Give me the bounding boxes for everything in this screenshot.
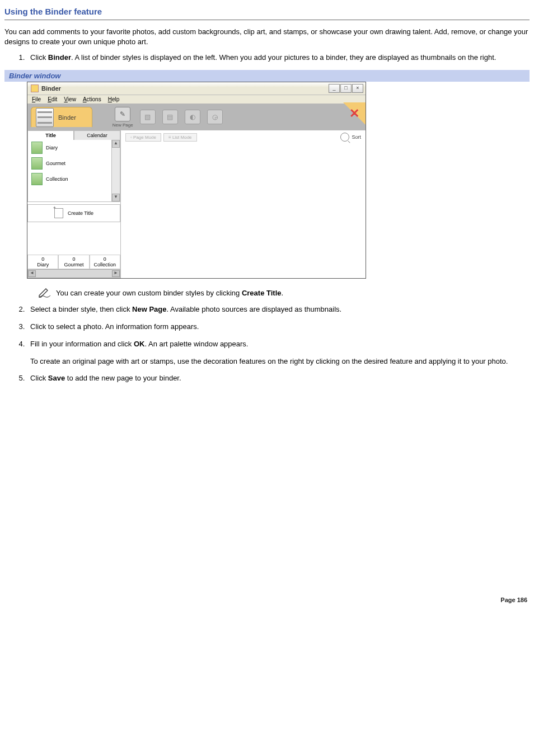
style-item-collection[interactable]: Collection <box>28 171 120 187</box>
step-5-text-a: Click <box>30 374 48 382</box>
new-page-button[interactable]: ✎ New Page <box>113 107 133 128</box>
exit-button[interactable]: ✕ <box>346 106 362 121</box>
sidebar-tab-calendar[interactable]: Calendar <box>74 130 120 140</box>
style-swatch-icon <box>31 157 43 170</box>
step-5-bold: Save <box>48 374 65 382</box>
window-title: Binder <box>41 85 61 92</box>
style-label: Diary <box>46 145 58 151</box>
counts-row: 0Diary 0Gourmet 0Collection <box>27 255 120 269</box>
mode-bar: ▫ Page Mode ≡ List Mode Sort <box>121 130 366 144</box>
step-5-text-c: to add the new page to your binder. <box>65 374 181 382</box>
magnifier-icon <box>340 133 349 142</box>
style-item-diary[interactable]: Diary <box>28 140 120 156</box>
count-diary: 0Diary <box>27 255 58 269</box>
step-5: Click Save to add the new page to your b… <box>27 373 530 384</box>
content-area: Title Calendar Diary Gourmet Collection … <box>27 130 366 278</box>
toolbar-icon-2: ▧ <box>140 110 156 124</box>
sort-control[interactable]: Sort <box>340 133 361 142</box>
binder-tab[interactable]: Binder <box>31 107 92 127</box>
intro-paragraph: You can add comments to your favorite ph… <box>4 27 530 47</box>
step-1-bold: Binder <box>48 53 71 62</box>
toolbar-button-3[interactable]: ▤ <box>162 110 178 124</box>
menu-help[interactable]: Help <box>108 96 120 102</box>
binder-tab-label: Binder <box>58 114 76 121</box>
menu-actions[interactable]: Actions <box>83 96 101 102</box>
step-1: Click Binder. A list of binder styles is… <box>27 53 530 63</box>
steps-list: Click Binder. A list of binder styles is… <box>4 53 530 63</box>
new-page-icon: ✎ <box>115 107 130 121</box>
menubar: File Edit View Actions Help <box>27 95 366 104</box>
maximize-button[interactable]: □ <box>340 84 352 93</box>
thumbnail-area <box>121 144 366 278</box>
style-swatch-icon <box>31 142 43 154</box>
sort-label: Sort <box>352 134 361 140</box>
page-footer: Page 186 <box>4 597 530 603</box>
close-button[interactable]: × <box>352 84 363 93</box>
main-pane: ▫ Page Mode ≡ List Mode Sort <box>121 130 366 278</box>
create-title-button[interactable]: Create Title <box>27 204 120 222</box>
menu-file[interactable]: File <box>32 96 41 102</box>
new-page-label: New Page <box>113 123 133 128</box>
toolbar-buttons: ✎ New Page ▧ ▤ ◐ ◶ <box>113 104 223 130</box>
vertical-scrollbar[interactable]: ▲▼ <box>111 140 120 201</box>
sidebar: Title Calendar Diary Gourmet Collection … <box>27 130 121 278</box>
toolbar-button-4[interactable]: ◐ <box>185 110 200 124</box>
count-gourmet: 0Gourmet <box>58 255 89 269</box>
style-swatch-icon <box>31 173 43 185</box>
toolbar-icon-5: ◶ <box>207 110 223 124</box>
app-icon <box>31 84 39 92</box>
minimize-button[interactable]: _ <box>329 84 340 93</box>
titlebar: Binder _ □ × <box>27 82 366 95</box>
step-2: Select a binder style, then click New Pa… <box>27 304 530 315</box>
menu-view[interactable]: View <box>64 96 76 102</box>
page-title: Using the Binder feature <box>4 7 530 16</box>
step-1-text-c: . A list of binder styles is displayed o… <box>71 53 496 62</box>
step-4: Fill in your information and click OK. A… <box>27 339 530 367</box>
style-list: Diary Gourmet Collection ▲▼ <box>27 140 120 202</box>
count-collection: 0Collection <box>90 255 120 269</box>
step-3: Click to select a photo. An information … <box>27 322 530 332</box>
step-2-text-a: Select a binder style, then click <box>30 305 132 313</box>
style-item-gourmet[interactable]: Gourmet <box>28 156 120 171</box>
step-2-text-c: . Available photo sources are displayed … <box>167 305 342 313</box>
tip-text-c: . <box>281 289 283 297</box>
create-title-icon <box>54 208 63 218</box>
toolbar: Binder ✎ New Page ▧ ▤ ◐ ◶ ✕ <box>27 104 366 130</box>
figure-caption: Binder window <box>4 70 530 82</box>
binder-window: Binder _ □ × File Edit View Actions Help… <box>27 82 366 279</box>
page-mode-button[interactable]: ▫ Page Mode <box>125 133 161 142</box>
step-4-text-c: . An art palette window appears. <box>144 340 248 348</box>
window-controls: _ □ × <box>329 84 363 93</box>
section-divider <box>4 20 530 20</box>
list-mode-button[interactable]: ≡ List Mode <box>163 133 197 142</box>
toolbar-button-2[interactable]: ▧ <box>140 110 156 124</box>
step-4-bold: OK <box>134 340 145 348</box>
step-4-text-a: Fill in your information and click <box>30 340 134 348</box>
note-pen-icon <box>38 288 50 298</box>
toolbar-icon-3: ▤ <box>162 110 178 124</box>
toolbar-icon-4: ◐ <box>185 110 200 124</box>
menu-edit[interactable]: Edit <box>48 96 57 102</box>
style-label: Collection <box>46 176 68 182</box>
step-2-bold: New Page <box>132 305 166 313</box>
tip-note: You can create your own custom binder st… <box>38 288 530 298</box>
steps-list-continued: Select a binder style, then click New Pa… <box>4 304 530 384</box>
horizontal-scrollbar[interactable]: ◄► <box>27 269 120 278</box>
sidebar-tab-title[interactable]: Title <box>27 130 74 140</box>
binder-icon <box>36 108 54 127</box>
style-label: Gourmet <box>46 161 65 166</box>
tip-text-bold: Create Title <box>242 289 282 297</box>
create-title-label: Create Title <box>68 210 93 216</box>
exit-icon: ✕ <box>349 106 359 121</box>
step-4-paragraph: To create an original page with art or s… <box>30 356 530 367</box>
step-1-text-a: Click <box>30 53 48 62</box>
toolbar-button-5[interactable]: ◶ <box>207 110 223 124</box>
tip-text-a: You can create your own custom binder st… <box>56 289 242 297</box>
